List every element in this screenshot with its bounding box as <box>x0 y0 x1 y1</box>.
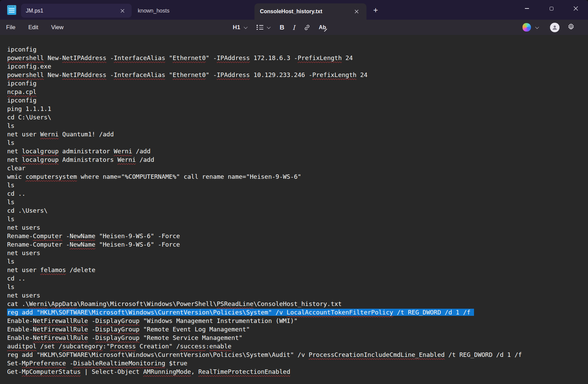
misspelled-word: Werni <box>117 156 136 163</box>
editor-line[interactable]: ls <box>7 215 588 223</box>
misspelled-word: computersystem <box>25 173 77 180</box>
tab-label: ConsoleHost_history.txt <box>260 8 322 15</box>
editor-line[interactable]: ipconfig.exe <box>7 62 588 71</box>
misspelled-word: NetIPAddress <box>62 71 107 78</box>
editor-line[interactable]: net users <box>7 291 588 300</box>
editor-line[interactable]: powershell New-NetIPAddress -InterfaceAl… <box>7 71 588 79</box>
misspelled-word: MpPreference <box>22 360 66 367</box>
close-button[interactable] <box>564 0 588 17</box>
misspelled-word: Ethernet0 <box>173 71 206 78</box>
misspelled-word: powershell <box>7 54 44 61</box>
editor-line[interactable]: Enable-NetFirewallRule -DisplayGroup "Wi… <box>7 316 588 325</box>
account-avatar[interactable] <box>550 23 559 32</box>
editor-line[interactable]: auditpol /set /subcategory:"Process Crea… <box>7 342 588 350</box>
editor-line[interactable]: ls <box>7 121 588 130</box>
tab-close-icon[interactable] <box>352 7 361 16</box>
editor-line[interactable]: Enable-NetFirewallRule -DisplayGroup "Re… <box>7 325 588 333</box>
misspelled-word: DisableRealtimeMonitoring <box>73 360 165 367</box>
editor-line[interactable]: Enable-NetFirewallRule -DisplayGroup "Re… <box>7 333 588 342</box>
misspelled-word: Process <box>110 343 136 350</box>
editor-line[interactable]: ls <box>7 283 588 291</box>
notepad-icon-binding <box>8 6 15 7</box>
misspelled-word: RealTimeProtectionEnabled <box>198 368 290 375</box>
editor-line[interactable]: ncpa.cpl <box>7 88 588 96</box>
editor-line[interactable]: ipconfig <box>7 79 588 88</box>
gear-icon <box>567 23 575 31</box>
command-bar: File Edit View H1 B I <box>0 20 588 35</box>
misspelled-word: InterfaceAlias <box>114 71 165 78</box>
window-controls <box>515 0 588 17</box>
misspelled-word: PrefixLength <box>298 54 342 61</box>
editor-line[interactable]: cat .\Werni\AppData\Roaming\Microsoft\Wi… <box>7 300 588 308</box>
editor-line[interactable]: cd .\Users\ <box>7 206 588 215</box>
misspelled-word: AppData <box>51 300 77 307</box>
editor-line[interactable]: Rename-Computer -NewName "Heisen-9-WS-6"… <box>7 240 588 249</box>
editor-line-selected[interactable]: reg add "HKLM\SOFTWARE\Microsoft\Windows… <box>7 308 588 316</box>
copilot-icon[interactable] <box>523 23 531 32</box>
clear-formatting-button[interactable]: Ab <box>319 24 326 31</box>
italic-button[interactable]: I <box>292 24 295 31</box>
notepad-app-icon <box>7 5 16 15</box>
editor-line[interactable]: ipconfig <box>7 96 588 104</box>
chevron-down-icon[interactable] <box>535 25 539 28</box>
menu-view[interactable]: View <box>51 24 64 31</box>
tab-close-icon[interactable] <box>118 6 127 15</box>
account-icon <box>552 24 558 31</box>
misspelled-word: IPAddress <box>217 71 250 78</box>
editor-lines: ipconfigpowershell New-NetIPAddress -Int… <box>7 45 588 376</box>
maximize-button[interactable] <box>539 0 564 17</box>
editor-line[interactable]: net users <box>7 249 588 257</box>
list-icon <box>257 25 263 30</box>
misspelled-word: ProcessCreationIncludeCmdLine_Enabled <box>309 351 445 358</box>
editor-line[interactable]: clear <box>7 164 588 172</box>
menu-file[interactable]: File <box>6 24 15 31</box>
editor-line[interactable]: Get-MpComputerStatus | Select-Object AMR… <box>7 367 588 376</box>
maximize-icon <box>550 7 553 11</box>
editor-line[interactable]: net user Werni Quantum1! /add <box>7 130 588 138</box>
editor-line[interactable]: ls <box>7 257 588 266</box>
misspelled-word: NetFirewallRule <box>33 334 88 341</box>
tab-known-hosts[interactable]: known_hosts <box>133 4 254 18</box>
settings-button[interactable] <box>567 23 575 32</box>
editor-line[interactable]: net localgroup administrator Werni /add <box>7 147 588 155</box>
editor-line[interactable]: Rename-Computer -NewName "Heisen-9-WS-6"… <box>7 232 588 240</box>
link-button[interactable] <box>303 24 311 31</box>
tab-label: known_hosts <box>138 8 169 14</box>
editor-line[interactable]: net users <box>7 223 588 232</box>
editor-line[interactable]: ls <box>7 198 588 206</box>
editor-line[interactable]: net user felamos /delete <box>7 266 588 274</box>
editor-line[interactable]: ls <box>7 138 588 147</box>
editor-line[interactable]: Set-MpPreference -DisableRealtimeMonitor… <box>7 359 588 367</box>
editor-line[interactable]: reg add "HKLM\SOFTWARE\Microsoft\Windows… <box>7 350 588 359</box>
bold-button[interactable]: B <box>280 24 284 31</box>
editor-line[interactable]: net localgroup Administrators Werni /add <box>7 155 588 164</box>
titlebar[interactable]: JM.ps1 known_hosts ConsoleHost_history.t… <box>0 0 588 20</box>
tab-jm-ps1[interactable]: JM.ps1 <box>21 4 132 18</box>
heading-dropdown[interactable]: H1 <box>233 24 247 31</box>
tab-consolehost-history-active[interactable]: ConsoleHost_history.txt <box>254 3 366 20</box>
minimize-button[interactable] <box>515 0 539 17</box>
editor-line[interactable]: cd .. <box>7 274 588 283</box>
list-dropdown[interactable] <box>257 25 270 30</box>
misspelled-word: subcategory <box>62 343 103 350</box>
new-tab-button[interactable]: + <box>371 5 381 15</box>
editor-line[interactable]: ipconfig <box>7 45 588 54</box>
menu-edit[interactable]: Edit <box>28 24 38 31</box>
editor-line[interactable]: ping 1.1.1.1 <box>7 104 588 113</box>
misspelled-word: Werni <box>29 300 48 307</box>
misspelled-word: NetIPAddress <box>62 54 107 61</box>
chevron-down-icon <box>244 25 248 28</box>
misspelled-word: PSReadLine <box>217 300 253 307</box>
misspelled-word: DisplayGroup <box>95 334 139 341</box>
misspelled-word: Computer <box>33 232 62 239</box>
editor-line[interactable]: ls <box>7 181 588 189</box>
editor-line[interactable]: wmic computersystem where name="%COMPUTE… <box>7 172 588 181</box>
editor-line[interactable]: powershell New-NetIPAddress -InterfaceAl… <box>7 54 588 62</box>
selection-highlight: reg add "HKLM\SOFTWARE\Microsoft\Windows… <box>7 309 474 316</box>
editor-line[interactable]: cd C:\Users\ <box>7 113 588 121</box>
text-editor[interactable]: ipconfigpowershell New-NetIPAddress -Int… <box>0 35 588 384</box>
editor-line[interactable]: cd .. <box>7 189 588 198</box>
misspelled-word: NetFirewallRule <box>33 326 88 333</box>
misspelled-word: Ethernet0 <box>173 54 206 61</box>
misspelled-word: felamos <box>40 266 66 273</box>
